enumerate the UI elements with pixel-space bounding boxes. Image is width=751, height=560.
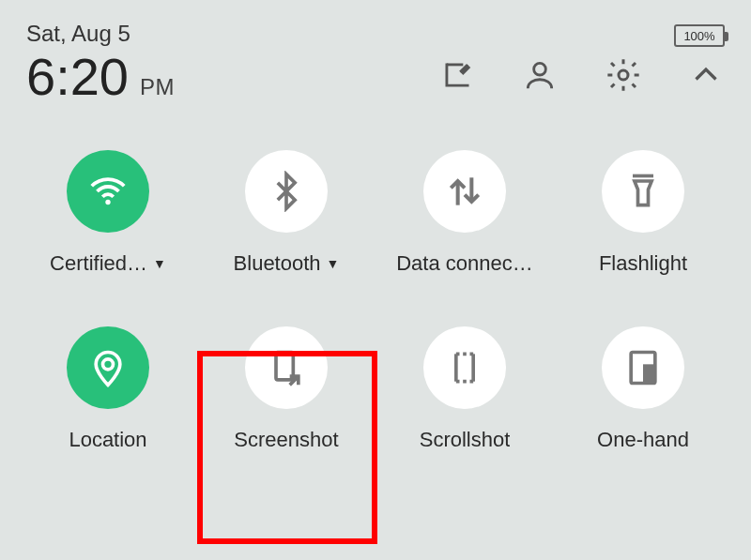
tile-flashlight[interactable]: Flashlight xyxy=(554,150,732,276)
tile-wifi[interactable]: Certified… ▼ xyxy=(19,150,197,276)
svg-point-0 xyxy=(534,63,546,75)
tile-flashlight-label[interactable]: Flashlight xyxy=(599,251,687,276)
tile-data-label[interactable]: Data connec… xyxy=(396,251,533,276)
data-arrows-icon xyxy=(423,150,506,233)
settings-icon[interactable] xyxy=(605,56,642,94)
flashlight-icon xyxy=(602,150,684,233)
caret-down-icon: ▼ xyxy=(153,256,166,271)
action-row xyxy=(439,56,723,94)
tile-wifi-label[interactable]: Certified… ▼ xyxy=(50,251,166,276)
edit-icon[interactable] xyxy=(439,57,475,93)
collapse-icon[interactable] xyxy=(689,58,723,92)
svg-rect-6 xyxy=(643,364,655,383)
screenshot-icon xyxy=(245,326,328,409)
tile-screenshot-label[interactable]: Screenshot xyxy=(234,428,338,452)
tile-screenshot[interactable]: Screenshot xyxy=(197,326,376,452)
tile-scrollshot[interactable]: Scrollshot xyxy=(376,326,554,452)
battery-indicator: 100% xyxy=(674,24,725,47)
svg-point-1 xyxy=(619,70,628,80)
bluetooth-icon xyxy=(245,150,328,233)
tile-bluetooth-label[interactable]: Bluetooth ▼ xyxy=(234,251,340,276)
profile-icon[interactable] xyxy=(522,57,558,93)
tile-bluetooth[interactable]: Bluetooth ▼ xyxy=(197,150,376,276)
scrollshot-icon xyxy=(423,326,506,409)
tile-onehand[interactable]: One-hand xyxy=(554,326,732,452)
tile-onehand-label[interactable]: One-hand xyxy=(597,428,689,452)
battery-pct: 100% xyxy=(683,29,714,43)
wifi-icon xyxy=(67,150,149,233)
date-time-block: Sat, Aug 5 6:20 PM xyxy=(26,21,175,103)
time-text: 6:20 xyxy=(26,51,129,103)
quick-settings-grid: Certified… ▼ Bluetooth ▼ Data connec… xyxy=(0,103,751,452)
tile-data[interactable]: Data connec… xyxy=(376,150,554,276)
one-hand-icon xyxy=(602,326,684,409)
tile-location-label[interactable]: Location xyxy=(69,428,146,452)
svg-point-3 xyxy=(103,359,114,370)
location-pin-icon xyxy=(67,326,149,409)
date-text: Sat, Aug 5 xyxy=(26,21,175,47)
tile-location[interactable]: Location xyxy=(19,326,197,452)
svg-point-2 xyxy=(105,200,110,204)
tile-scrollshot-label[interactable]: Scrollshot xyxy=(420,428,511,452)
ampm-text: PM xyxy=(140,74,175,100)
caret-down-icon: ▼ xyxy=(327,256,340,271)
